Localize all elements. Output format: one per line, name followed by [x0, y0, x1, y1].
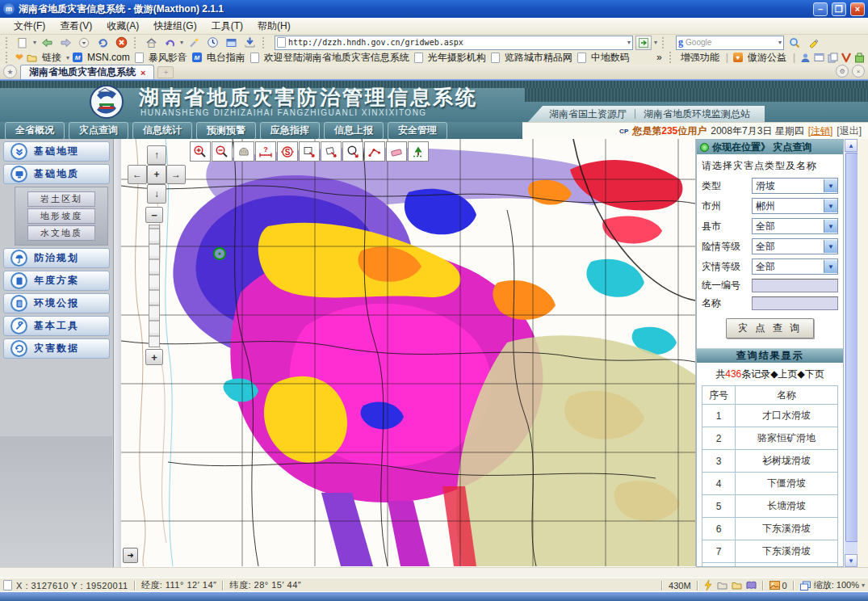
- pan-down-button[interactable]: ↓: [147, 184, 166, 204]
- menu-file[interactable]: 文件(F): [6, 18, 52, 35]
- map-jump-button[interactable]: ➜: [123, 548, 138, 563]
- toolbar-grip[interactable]: [662, 37, 666, 48]
- nav-tab-security[interactable]: 安全管理: [388, 122, 447, 140]
- download-icon[interactable]: [241, 36, 258, 49]
- chevron-down-icon[interactable]: ▼: [824, 179, 837, 192]
- new-tab-button[interactable]: ＋: [157, 66, 174, 78]
- link-geo-env-station[interactable]: 湖南省地质环境监测总站: [644, 107, 750, 121]
- pan-icon[interactable]: [233, 141, 254, 162]
- table-row[interactable]: 5长塘滑坡: [702, 495, 838, 518]
- zoom-level[interactable]: 缩放: 100%: [814, 579, 859, 591]
- link-baofeng[interactable]: 暴风影音: [147, 51, 189, 65]
- book-icon[interactable]: [746, 581, 757, 590]
- home-icon[interactable]: [143, 36, 159, 49]
- pan-center-button[interactable]: +: [147, 165, 166, 184]
- window-zoom-icon[interactable]: [800, 581, 811, 590]
- sidebar-item-disaster-data[interactable]: 灾害数据: [3, 338, 110, 359]
- nav-tab-report[interactable]: 信息上报: [324, 122, 384, 140]
- map-viewport[interactable]: ? S: [121, 139, 696, 566]
- disaster-level-select[interactable]: 全部 ▼: [752, 258, 838, 275]
- search-dropdown[interactable]: ▾: [778, 39, 782, 46]
- logout-link[interactable]: [注销]: [808, 124, 833, 138]
- circle-select-icon[interactable]: [342, 141, 363, 162]
- sidebar-item-env-bulletin[interactable]: 环境公报: [3, 293, 110, 313]
- sidebar-item-annual-plan[interactable]: 年度方案: [3, 271, 110, 291]
- history-dropdown-icon[interactable]: [76, 36, 92, 49]
- skin-icon[interactable]: [841, 53, 851, 62]
- links-overflow-chevron[interactable]: »: [655, 52, 664, 63]
- city-select[interactable]: 郴州 ▼: [752, 198, 838, 214]
- image-counter-icon[interactable]: [769, 581, 780, 590]
- close-button[interactable]: ×: [850, 2, 865, 16]
- tab-active[interactable]: 湖南省地质灾害信息系统 ×: [20, 65, 154, 79]
- scroll-up-icon[interactable]: ▲: [845, 139, 858, 152]
- sidebar-subitem-hydrogeology[interactable]: 水文地质: [27, 225, 95, 241]
- table-row[interactable]: 7下东溪滑坡: [702, 540, 838, 563]
- link-land-resources-dept[interactable]: 湖南省国土资源厅: [549, 107, 627, 121]
- link-city-boutique[interactable]: 览路城市精品网: [503, 51, 574, 65]
- scroll-down-icon[interactable]: ▼: [845, 554, 858, 567]
- link-panel-icon[interactable]: [223, 36, 239, 49]
- user-icon[interactable]: [800, 53, 811, 63]
- toolbar-grip[interactable]: [6, 37, 10, 48]
- links-folder-dropdown[interactable]: ▾: [66, 54, 69, 61]
- link-zhongdi[interactable]: 中地数码: [589, 51, 631, 65]
- link-msn[interactable]: MSN.com: [86, 52, 132, 63]
- prev-page-link[interactable]: ◆上页: [770, 368, 797, 380]
- county-select[interactable]: 全部 ▼: [752, 218, 838, 234]
- tabbar-settings-icon[interactable]: ⚙: [836, 65, 849, 78]
- sidebar-item-base-geography[interactable]: 基础地理: [3, 141, 110, 162]
- measure-line-icon[interactable]: [364, 141, 385, 162]
- zoom-slider-track[interactable]: [149, 225, 160, 347]
- menu-view[interactable]: 查看(V): [52, 18, 99, 35]
- menu-favorites[interactable]: 收藏(A): [99, 18, 146, 35]
- table-row[interactable]: 1才口水滑坡: [702, 405, 838, 427]
- history-icon[interactable]: [204, 36, 220, 49]
- stop-icon[interactable]: [113, 36, 129, 49]
- tab-close-icon[interactable]: ×: [140, 68, 145, 78]
- favorites-heart-icon[interactable]: ❤: [15, 52, 23, 63]
- zoom-out-icon[interactable]: [212, 141, 233, 162]
- zoom-minus-button[interactable]: −: [145, 207, 163, 223]
- toolbar-grip[interactable]: [262, 37, 266, 48]
- nav-tab-disaster-query[interactable]: 灾点查询: [69, 122, 128, 140]
- nav-tab-forecast[interactable]: 预测预警: [196, 122, 256, 140]
- linksbar-grip[interactable]: [6, 52, 10, 63]
- new-page-icon[interactable]: [15, 36, 31, 49]
- name-input[interactable]: [752, 296, 838, 310]
- eraser-icon[interactable]: [386, 141, 407, 162]
- risk-level-select[interactable]: 全部 ▼: [752, 238, 838, 254]
- back-icon[interactable]: [39, 36, 55, 49]
- search-magnifier-icon[interactable]: [786, 36, 803, 49]
- link-radio[interactable]: 电台指南: [205, 51, 247, 65]
- table-row[interactable]: 4下僵滑坡: [702, 473, 838, 495]
- links-folder-label[interactable]: 链接: [40, 51, 63, 65]
- sidebar-subitem-rock-zoning[interactable]: 岩土区划: [27, 191, 95, 207]
- address-bar[interactable]: http://dzzh.hndh.gov.cn/gridweb.aspx ▾: [275, 36, 633, 50]
- link-hunan-geohazard[interactable]: 欢迎登陆湖南省地质灾害信息系统: [262, 51, 411, 65]
- undo-icon[interactable]: [161, 36, 178, 49]
- nav-tab-overview[interactable]: 全省概况: [5, 122, 65, 140]
- search-placeholder[interactable]: Google: [686, 38, 776, 47]
- linksbar-grip[interactable]: [669, 52, 673, 63]
- chevron-down-icon[interactable]: ▼: [824, 260, 837, 273]
- clear-overlay-icon[interactable]: [408, 141, 429, 162]
- menu-help[interactable]: 帮助(H): [250, 18, 298, 35]
- sidebar-item-basic-tools[interactable]: 基本工具: [3, 316, 110, 336]
- pan-right-button[interactable]: →: [166, 165, 186, 184]
- tab-list-star-icon[interactable]: ★: [3, 65, 17, 78]
- unified-id-input[interactable]: [752, 279, 838, 292]
- maxthon-charity-link[interactable]: 傲游公益: [746, 51, 788, 65]
- menu-groups[interactable]: 快捷组(G): [146, 18, 203, 35]
- chevron-down-icon[interactable]: ▼: [824, 200, 837, 212]
- highlighter-icon[interactable]: [805, 36, 821, 49]
- undo-dropdown[interactable]: ▾: [180, 39, 183, 46]
- lightning-icon[interactable]: [704, 580, 713, 590]
- pan-up-button[interactable]: ↑: [147, 145, 166, 165]
- refresh-icon[interactable]: [94, 36, 111, 49]
- exit-link[interactable]: [退出]: [837, 124, 862, 138]
- table-row[interactable]: 2骆家恒矿滑地: [702, 427, 838, 450]
- menu-tools[interactable]: 工具(T): [204, 18, 250, 35]
- sidebar-item-base-geology[interactable]: 基础地质: [3, 164, 110, 184]
- go-button[interactable]: [635, 36, 652, 50]
